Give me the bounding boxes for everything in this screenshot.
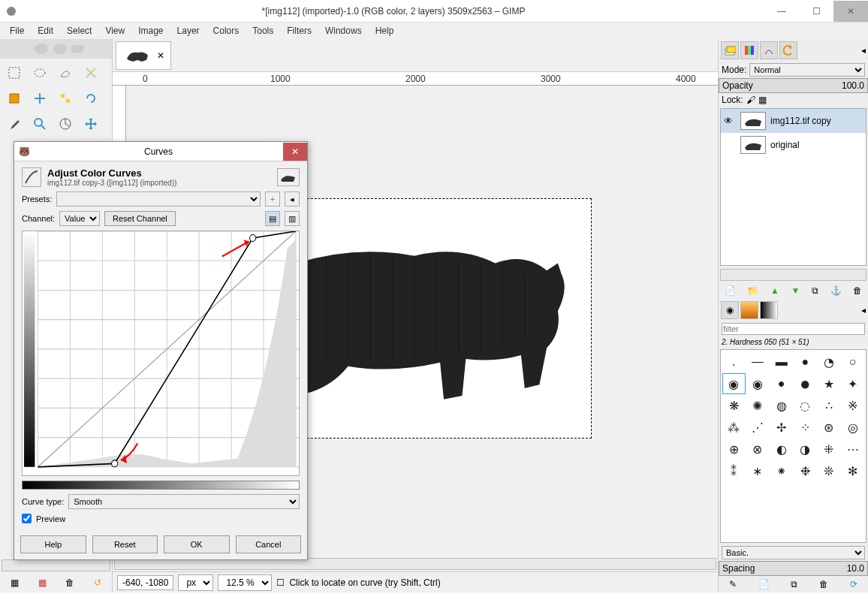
unit-select[interactable]: px xyxy=(178,574,213,591)
lock-pixels-icon[interactable]: 🖌 xyxy=(746,95,755,105)
brush-item[interactable]: ◍ xyxy=(770,395,793,416)
brush-filter-input[interactable] xyxy=(722,323,865,335)
refresh-brush-icon[interactable]: ⟳ xyxy=(850,579,857,589)
reset-button[interactable]: Reset xyxy=(92,535,158,553)
anchor-layer-icon[interactable]: ⚓ xyxy=(830,285,842,296)
menu-help[interactable]: Help xyxy=(369,24,400,38)
brush-item[interactable]: ● xyxy=(770,373,793,394)
brush-item[interactable]: ❊ xyxy=(818,460,841,481)
crop-tool[interactable] xyxy=(5,89,24,108)
brush-item[interactable]: ✦ xyxy=(841,373,864,394)
brush-item[interactable]: ★ xyxy=(818,373,841,394)
channels-tab-icon[interactable] xyxy=(740,41,758,59)
align-tool[interactable] xyxy=(56,89,75,108)
brush-item[interactable]: ◐ xyxy=(770,439,793,460)
menu-filters[interactable]: Filters xyxy=(281,24,318,38)
menu-select[interactable]: Select xyxy=(61,24,98,38)
locate-toggle-icon[interactable]: ☐ xyxy=(276,577,285,588)
add-preset-icon[interactable]: + xyxy=(265,191,280,207)
layer-row[interactable]: original xyxy=(721,133,866,157)
brush-item[interactable]: ◎ xyxy=(841,417,864,438)
brush-item[interactable]: ✢ xyxy=(770,417,793,438)
brush-item[interactable]: ◔ xyxy=(818,351,841,372)
brush-item[interactable]: ⊗ xyxy=(746,439,770,460)
move-tool[interactable] xyxy=(81,114,101,134)
rect-select-tool[interactable] xyxy=(5,63,24,83)
layer-down-icon[interactable]: ▼ xyxy=(791,285,800,296)
移动-tool[interactable] xyxy=(30,89,50,108)
brush-preset-2[interactable] xyxy=(740,301,758,319)
brush-item[interactable]: ◉ xyxy=(722,373,746,394)
fuzzy-select-tool[interactable] xyxy=(81,63,101,83)
preview-checkbox[interactable] xyxy=(22,514,32,523)
dialog-close-button[interactable]: ✕ xyxy=(283,143,307,161)
edit-brush-icon[interactable]: ✎ xyxy=(729,579,737,589)
brush-item[interactable]: . xyxy=(722,351,746,372)
new-brush-icon[interactable]: 📄 xyxy=(758,579,770,589)
brush-preset-1[interactable]: ◉ xyxy=(721,301,739,319)
brush-item[interactable]: ∗ xyxy=(746,460,770,481)
layer-row[interactable]: 👁 img112.tif copy xyxy=(721,109,866,133)
brush-item[interactable]: ⊛ xyxy=(818,417,841,438)
rotate-tool[interactable] xyxy=(81,89,101,108)
ok-button[interactable]: OK xyxy=(164,535,230,553)
brush-item[interactable]: ◉ xyxy=(746,373,770,394)
brush-item[interactable]: ◑ xyxy=(794,439,817,460)
preset-menu-icon[interactable]: ◂ xyxy=(285,191,300,207)
brush-item[interactable]: ⁘ xyxy=(794,417,817,438)
free-select-tool[interactable] xyxy=(56,63,75,83)
toolbox-btn-1[interactable]: ▦ xyxy=(11,577,19,588)
paths-tab-icon[interactable] xyxy=(760,41,778,59)
duplicate-layer-icon[interactable]: ⧉ xyxy=(812,285,818,296)
brush-item[interactable]: ⋯ xyxy=(841,439,864,460)
zoom-select[interactable]: 12.5 % xyxy=(218,574,272,591)
brush-panel-menu-icon[interactable]: ◂ xyxy=(861,305,866,315)
toolbox-btn-2[interactable]: ▦ xyxy=(38,577,47,588)
histogram-linear-icon[interactable]: ▤ xyxy=(265,211,280,226)
layer-up-icon[interactable]: ▲ xyxy=(770,285,779,296)
help-button[interactable]: Help xyxy=(20,535,86,553)
brush-item[interactable]: — xyxy=(746,351,770,372)
brush-item[interactable]: ○ xyxy=(841,351,864,372)
layer-name[interactable]: img112.tif copy xyxy=(770,116,831,126)
toolbox-btn-3[interactable]: 🗑 xyxy=(65,577,74,588)
undo-tab-icon[interactable] xyxy=(779,41,797,59)
delete-brush-icon[interactable]: 🗑 xyxy=(819,579,828,589)
duplicate-brush-icon[interactable]: ⧉ xyxy=(791,579,797,589)
menu-layer[interactable]: Layer xyxy=(171,24,206,38)
menu-edit[interactable]: Edit xyxy=(32,24,59,38)
measure-tool[interactable] xyxy=(56,114,75,134)
layers-tab-icon[interactable] xyxy=(721,41,739,59)
menu-image[interactable]: Image xyxy=(132,24,169,38)
brush-item[interactable]: ⁕ xyxy=(770,460,793,481)
visibility-icon[interactable]: 👁 xyxy=(724,116,736,126)
brush-item[interactable]: ✻ xyxy=(841,460,864,481)
delete-layer-icon[interactable]: 🗑 xyxy=(853,285,862,296)
lock-alpha-icon[interactable]: ▦ xyxy=(758,95,767,105)
panel-menu-icon[interactable]: ◂ xyxy=(861,45,866,56)
zoom-tool[interactable] xyxy=(30,114,50,134)
spacing-slider[interactable]: Spacing 10.0 xyxy=(719,561,868,576)
toolbox-scroll[interactable] xyxy=(2,559,110,571)
brush-preset-select[interactable]: Basic. xyxy=(722,546,865,559)
brush-item[interactable]: ⁜ xyxy=(818,439,841,460)
menu-tools[interactable]: Tools xyxy=(246,24,279,38)
layer-name[interactable]: original xyxy=(770,140,800,150)
brush-item[interactable]: ❉ xyxy=(794,460,817,481)
cancel-button[interactable]: Cancel xyxy=(236,535,302,553)
brush-item[interactable]: ● xyxy=(794,373,817,394)
channel-select[interactable]: Value xyxy=(59,211,100,226)
brush-item[interactable]: ✺ xyxy=(746,395,770,416)
brush-item[interactable]: ⊕ xyxy=(722,439,746,460)
brush-item[interactable]: ∴ xyxy=(818,395,841,416)
curve-type-select[interactable]: Smooth xyxy=(68,494,300,509)
histogram-log-icon[interactable]: ▥ xyxy=(285,211,300,226)
curve-graph[interactable] xyxy=(22,231,300,476)
menu-file[interactable]: File xyxy=(4,24,30,38)
image-tab[interactable]: ✕ xyxy=(116,41,171,70)
brush-item[interactable]: ▬ xyxy=(770,351,793,372)
tab-close-icon[interactable]: ✕ xyxy=(157,50,164,61)
brush-item[interactable]: ⁂ xyxy=(722,417,746,438)
color-picker-tool[interactable] xyxy=(5,114,24,134)
maximize-button[interactable]: ☐ xyxy=(799,1,833,22)
